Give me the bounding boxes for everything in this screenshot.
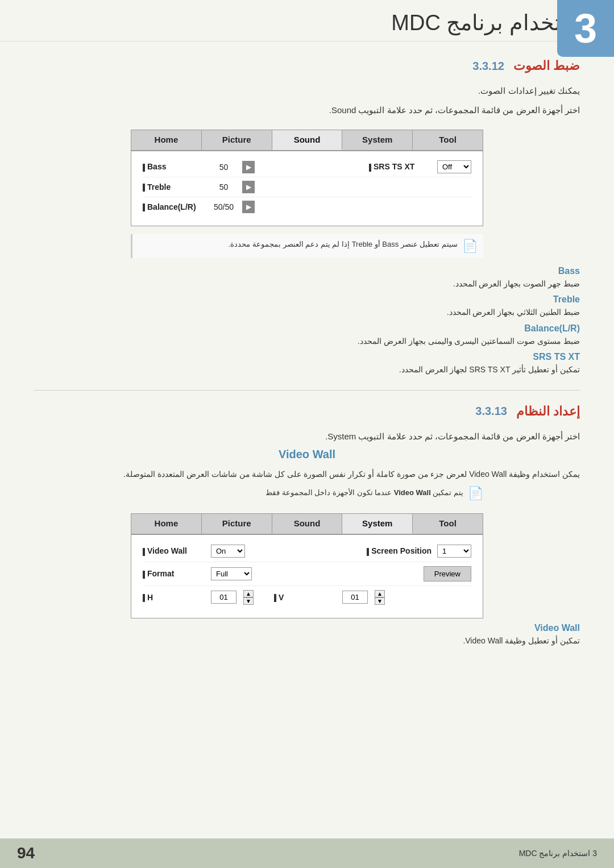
treble-arrow-btn[interactable]: ▶	[242, 181, 255, 193]
sub-balance-title: Balance(L/R)	[34, 323, 580, 334]
tab-system-2[interactable]: System	[342, 514, 413, 534]
tab-tool-1[interactable]: Tool	[413, 130, 483, 150]
panel-vw-row-3: H ▲ ▼ V ▲ ▼	[143, 586, 471, 609]
tab-picture-2[interactable]: Picture	[202, 514, 272, 534]
vw-note-row: 📄 يتم تمكين Video Wall عندما تكون الأجهز…	[131, 486, 483, 501]
preview-button[interactable]: Preview	[424, 566, 471, 582]
sub-vw: Video Wall تمكين أو تعطيل وظيفة Video Wa…	[34, 623, 580, 647]
tab-sound-1[interactable]: Sound	[272, 130, 343, 150]
vw-note-text: يتم تمكين Video Wall عندما تكون الأجهزة …	[265, 487, 463, 499]
panel-row-bass: Bass 50 ▶ SRS TS XT Off On	[143, 157, 471, 177]
v-down-btn[interactable]: ▼	[375, 597, 385, 605]
vw-heading: Video Wall	[34, 448, 580, 461]
page-footer: 3 استخدام برنامج MDC 94	[0, 838, 614, 868]
v-up-btn[interactable]: ▲	[375, 590, 385, 597]
h-up-btn[interactable]: ▲	[243, 590, 254, 597]
treble-value: 50	[211, 182, 237, 192]
header-title: استخدام برنامج MDC	[391, 10, 586, 35]
balance-arrow-btn[interactable]: ▶	[242, 201, 255, 213]
vw-on-select[interactable]: On Off	[211, 545, 245, 558]
sub-balance: Balance(L/R) ضبط مستوى صوت السماعتين الي…	[34, 323, 580, 347]
note-icon-1: 📄	[462, 239, 478, 254]
divider-1	[34, 390, 580, 391]
chapter-badge: 3	[557, 0, 614, 57]
section-312-title: ضبط الصوت	[513, 59, 580, 73]
format-select[interactable]: Full Natural	[211, 567, 252, 580]
sub-vw-desc: تمكين أو تعطيل وظيفة Video Wall.	[34, 634, 580, 647]
tab-system-1[interactable]: System	[342, 130, 413, 150]
sub-bass: Bass ضبط جهر الصوت بجهاز العرض المحدد.	[34, 266, 580, 290]
panel-1: Bass 50 ▶ SRS TS XT Off On Treble 50	[131, 151, 483, 226]
page-header: استخدام برنامج MDC	[0, 0, 614, 41]
screen-pos-select[interactable]: 1 2 3 4	[437, 545, 471, 558]
tab-home-1[interactable]: Home	[131, 130, 202, 150]
format-label: Format	[143, 569, 205, 578]
section-312-heading: ضبط الصوت 3.3.12	[34, 59, 580, 73]
v-label: V	[274, 593, 337, 602]
footer-page: 94	[17, 844, 35, 862]
bass-value: 50	[211, 163, 237, 172]
section-312-number: 3.3.12	[472, 60, 504, 73]
v-input[interactable]	[342, 591, 368, 604]
panel-row-balance: Balance(L/R) 50/50 ▶	[143, 197, 471, 217]
section-312-desc1: يمكنك تغيير إعدادات الصوت.	[34, 84, 580, 98]
sub-srs-title: SRS TS XT	[34, 352, 580, 362]
note-box-1: 📄 سيتم تعطيل عنصر Bass أو Treble إذا لم …	[131, 234, 483, 258]
panel-row-treble: Treble 50 ▶	[143, 177, 471, 197]
srs-select[interactable]: Off On	[437, 160, 471, 173]
nav-bar-1: Home Picture Sound System Tool	[131, 130, 483, 151]
nav-bar-2: Home Picture Sound System Tool	[131, 513, 483, 534]
h-label: H	[143, 593, 205, 602]
vw-desc: يمكن استخدام وظيفة Video Wall لعرض جزء م…	[34, 468, 580, 481]
balance-label: Balance(L/R)	[143, 202, 205, 211]
srs-label: SRS TS XT	[369, 162, 432, 171]
sub-vw-title: Video Wall	[34, 623, 580, 633]
sub-bass-title: Bass	[34, 266, 580, 276]
panel-vw-row-1: Video Wall On Off Screen Position 1 2 3 …	[143, 541, 471, 562]
h-input[interactable]	[211, 591, 237, 604]
section-313-desc: اختر أجهزة العرض من قائمة المجموعات، ثم …	[34, 429, 580, 444]
sub-treble-desc: ضبط الطنين الثلاثي بجهاز العرض المحدد.	[34, 306, 580, 318]
sub-treble-title: Treble	[34, 294, 580, 305]
tab-picture-1[interactable]: Picture	[202, 130, 272, 150]
tab-home-2[interactable]: Home	[131, 514, 202, 534]
sub-treble: Treble ضبط الطنين الثلاثي بجهاز العرض ال…	[34, 294, 580, 318]
footer-text: 3 استخدام برنامج MDC	[519, 849, 597, 858]
main-content: ضبط الصوت 3.3.12 يمكنك تغيير إعدادات الص…	[0, 41, 614, 666]
section-313-title: إعداد النظام	[516, 404, 580, 419]
section-313-number: 3.3.13	[475, 405, 507, 418]
bass-label: Bass	[143, 162, 205, 171]
bass-arrow-btn[interactable]: ▶	[242, 161, 255, 173]
section-312-desc2: اختر أجهزة العرض من قائمة المجموعات، ثم …	[34, 103, 580, 118]
h-down-btn[interactable]: ▼	[243, 597, 254, 605]
sub-bass-desc: ضبط جهر الصوت بجهاز العرض المحدد.	[34, 277, 580, 290]
tab-sound-2[interactable]: Sound	[272, 514, 343, 534]
section-313-heading: إعداد النظام 3.3.13	[34, 404, 580, 419]
treble-label: Treble	[143, 182, 205, 192]
sub-balance-desc: ضبط مستوى صوت السماعتين اليسرى واليمنى ب…	[34, 335, 580, 347]
vw-note-icon: 📄	[468, 486, 483, 501]
sub-srs-desc: تمكين أو تعطيل تأثير SRS TS XT لجهاز الع…	[34, 363, 580, 376]
panel-vw-row-2: Format Full Natural Preview	[143, 562, 471, 586]
sub-srs: SRS TS XT تمكين أو تعطيل تأثير SRS TS XT…	[34, 352, 580, 376]
nav-panel-1: Home Picture Sound System Tool Bass 50 ▶…	[34, 122, 580, 226]
nav-panel-2: Home Picture Sound System Tool Video Wal…	[34, 505, 580, 618]
vw-row-label: Video Wall	[143, 546, 205, 555]
screen-pos-label: Screen Position	[367, 546, 432, 555]
tab-tool-2[interactable]: Tool	[413, 514, 483, 534]
panel-2: Video Wall On Off Screen Position 1 2 3 …	[131, 534, 483, 618]
balance-value: 50/50	[211, 202, 237, 211]
note-text-1: سيتم تعطيل عنصر Bass أو Treble إذا لم يت…	[229, 239, 458, 251]
